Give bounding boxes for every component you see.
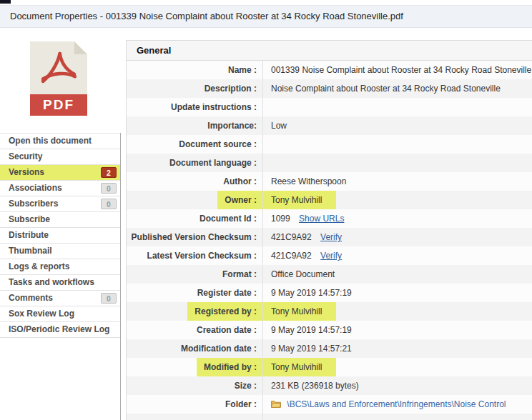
sidebar-menu: Open this document Security Versions 2 A… — [0, 133, 120, 338]
property-label: Size : — [235, 381, 257, 391]
window-title: Document Properties - 001339 Noise Compl… — [10, 11, 403, 21]
property-label: Owner : — [217, 191, 262, 209]
general-header: General — [126, 40, 532, 61]
acrobat-logo-icon — [39, 49, 78, 90]
property-label: Modification date : — [181, 344, 257, 354]
sidebar-item-label: Subscribers — [9, 199, 58, 209]
property-row: Name : 001339 Noise Complaint about Roos… — [127, 61, 532, 79]
property-label: Creation date : — [197, 325, 257, 335]
sidebar-item-label: Security — [9, 151, 42, 161]
property-value: Tony Mulvihill — [262, 358, 336, 376]
sidebar-item-label: ISO/Periodic Review Log — [9, 324, 109, 334]
property-row: Folder : \BCS\Laws and Enforcement\Infri… — [127, 395, 532, 414]
property-value: Tony Mulvihill — [262, 302, 336, 321]
sidebar-item-iso-periodic-review-log[interactable]: ISO/Periodic Review Log — [0, 322, 120, 338]
property-row: Register date : 9 May 2019 14:57:19 — [127, 284, 532, 302]
property-label: Importance: — [207, 121, 257, 131]
pdf-label: PDF — [30, 94, 87, 116]
property-row: Creation date : 9 May 2019 14:57:19 — [127, 321, 532, 339]
property-value: Noise Complaint about Rooster at 34 Rock… — [271, 84, 501, 94]
property-value: Tony Mulvihill — [262, 191, 336, 209]
property-value: 421C9A92 — [271, 232, 312, 242]
property-link[interactable]: Verify — [320, 232, 342, 242]
property-label: Document language : — [169, 158, 257, 168]
sidebar-item-label: Logs & reports — [9, 261, 69, 271]
property-value: 421C9A92 — [271, 251, 312, 261]
sidebar-item-label: Associations — [9, 183, 62, 193]
sidebar-item-security[interactable]: Security — [0, 149, 120, 165]
property-row: Latest Version Checksum : 421C9A92 Verif… — [127, 246, 532, 265]
property-value: 231 KB (236918 bytes) — [271, 381, 359, 391]
property-label: Register date : — [197, 288, 257, 298]
count-badge: 0 — [101, 293, 117, 304]
property-label: Registered by : — [187, 302, 262, 321]
sidebar-item-label: Tasks and workflows — [9, 277, 94, 287]
pdf-file-icon: PDF — [30, 41, 87, 116]
property-label: Format : — [222, 269, 257, 279]
property-label: Folder : — [225, 399, 257, 409]
property-value: Reese Witherspoon — [271, 176, 346, 186]
sidebar-item-subscribers[interactable]: Subscribers 0 — [0, 196, 120, 212]
sidebar-item-associations[interactable]: Associations 0 — [0, 181, 120, 196]
sidebar-item-label: Comments — [9, 293, 53, 303]
property-row: Document Id : 1099 Show URLs — [127, 209, 532, 228]
sidebar-item-subscribe[interactable]: Subscribe — [0, 212, 120, 228]
property-row: Registered by : Tony Mulvihill — [127, 302, 532, 321]
properties-table: Name : 001339 Noise Complaint about Roos… — [126, 61, 532, 420]
sidebar-item-label: Distribute — [9, 230, 49, 240]
sidebar-item-sox-review-log[interactable]: Sox Review Log — [0, 306, 120, 322]
property-row: Document source : — [127, 135, 532, 154]
sidebar-item-label: Sox Review Log — [9, 309, 74, 319]
property-label: Modified by : — [197, 358, 262, 376]
property-row: Published Version Checksum : 421C9A92 Ve… — [127, 228, 532, 246]
property-label: Published Version Checksum : — [132, 232, 257, 242]
sidebar: PDF Open this document Security Versions… — [0, 28, 120, 420]
property-row: Author : Reese Witherspoon — [127, 172, 532, 191]
property-row: Size : 231 KB (236918 bytes) — [127, 376, 532, 395]
property-label: Name : — [228, 65, 257, 75]
sidebar-item-label: Thumbnail — [9, 246, 52, 256]
property-value: 9 May 2019 14:57:19 — [271, 325, 352, 335]
property-row: Format : Office Document — [127, 265, 532, 284]
property-value: 1099 — [271, 214, 290, 224]
property-row: Modification date : 9 May 2019 14:57:21 — [127, 339, 532, 358]
folder-icon — [271, 396, 281, 414]
property-value: 9 May 2019 14:57:19 — [271, 288, 352, 298]
property-row: Importance: Low — [127, 116, 532, 135]
sidebar-item-comments[interactable]: Comments 0 — [0, 291, 120, 306]
property-label: Document source : — [179, 139, 257, 149]
sidebar-item-open-this-document[interactable]: Open this document — [0, 134, 120, 149]
property-label: Update instructions : — [171, 102, 257, 112]
property-row: Modified by : Tony Mulvihill — [127, 358, 532, 376]
count-badge: 0 — [101, 199, 117, 209]
property-value: 9 May 2019 14:57:21 — [271, 344, 352, 354]
general-panel: General Name : 001339 Noise Complaint ab… — [126, 40, 532, 420]
sidebar-item-label: Versions — [9, 167, 44, 177]
property-link[interactable]: Show URLs — [299, 214, 344, 224]
property-value: Low — [271, 121, 287, 131]
sidebar-item-distribute[interactable]: Distribute — [0, 228, 120, 244]
sidebar-item-versions[interactable]: Versions 2 — [0, 165, 120, 181]
property-value: 001339 Noise Complaint about Rooster at … — [271, 65, 532, 75]
sidebar-item-tasks-and-workflows[interactable]: Tasks and workflows — [0, 275, 120, 291]
property-value: Office Document — [271, 269, 335, 279]
general-header-label: General — [137, 45, 171, 56]
property-label: Latest Version Checksum : — [147, 251, 257, 261]
property-row: Document language : — [127, 154, 532, 172]
sidebar-divider — [120, 133, 121, 420]
property-value: \BCS\Laws and Enforcement\Infringements\… — [287, 399, 506, 409]
sidebar-item-label: Subscribe — [9, 214, 50, 224]
window-titlebar: Document Properties - 001339 Noise Compl… — [0, 5, 532, 28]
property-label: Description : — [205, 84, 257, 94]
count-badge: 2 — [101, 167, 117, 178]
property-link[interactable]: Verify — [320, 251, 342, 261]
corner-artifact — [0, 0, 11, 4]
sidebar-item-thumbnail[interactable]: Thumbnail — [0, 244, 120, 259]
property-label: Author : — [223, 176, 257, 186]
property-row — [127, 414, 532, 420]
sidebar-item-logs-reports[interactable]: Logs & reports — [0, 259, 120, 275]
property-row: Update instructions : — [127, 98, 532, 116]
sidebar-item-label: Open this document — [9, 136, 92, 146]
property-label: Document Id : — [200, 214, 257, 224]
count-badge: 0 — [101, 183, 117, 194]
